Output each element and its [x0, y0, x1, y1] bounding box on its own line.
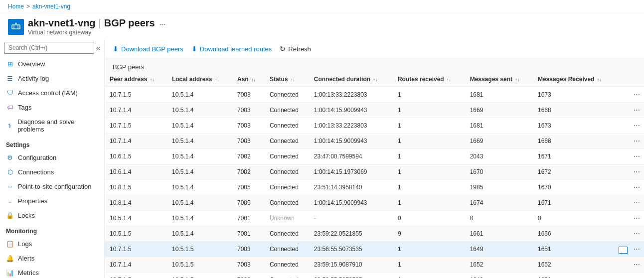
cell-row-actions[interactable]: ··· [617, 211, 644, 226]
cell-messages-received: 1671 [533, 149, 617, 164]
row-more-button[interactable]: ··· [632, 276, 642, 278]
cell-routes: 1 [393, 103, 465, 118]
settings-section-label: Settings [0, 137, 104, 150]
col-messages-received[interactable]: Messages Received ↑↓ [533, 72, 617, 87]
cell-messages-received: 1670 [533, 180, 617, 195]
row-more-button[interactable]: ··· [632, 260, 642, 269]
locks-icon: 🔒 [6, 212, 14, 219]
activity-log-icon: ☰ [6, 75, 14, 82]
col-messages-sent[interactable]: Messages sent ↑↓ [465, 72, 533, 87]
cell-messages-sent: 1669 [465, 103, 533, 118]
breadcrumb-resource[interactable]: akn-vnet1-vng [32, 3, 70, 10]
col-duration[interactable]: Connected duration ↑↓ [309, 72, 393, 87]
nav-item-overview[interactable]: ⊞ Overview [0, 57, 104, 71]
nav-item-connections[interactable]: ⬡ Connections [0, 165, 104, 179]
cell-row-actions[interactable]: ··· [617, 180, 644, 195]
col-asn[interactable]: Asn ↑↓ [232, 72, 265, 87]
cell-status: Connected [265, 242, 309, 257]
col-status[interactable]: Status ↑↓ [265, 72, 309, 87]
cell-row-actions[interactable]: ··· [617, 195, 644, 211]
cell-messages-received: 1651 [533, 242, 617, 257]
cell-duration: 1:00:14:15.1973069 [309, 164, 393, 180]
gateway-icon [11, 22, 21, 32]
cell-asn: 7001 [232, 226, 265, 242]
cell-local-address: 10.5.1.4 [167, 211, 232, 226]
cell-row-actions[interactable]: ··· [617, 103, 644, 118]
cell-row-actions[interactable]: ··· [617, 226, 644, 242]
search-input[interactable] [4, 42, 94, 54]
nav-item-alerts[interactable]: 🔔 Alerts [0, 251, 104, 266]
download-routes-icon: ⬇ [191, 45, 197, 53]
cell-asn: 7003 [232, 257, 265, 273]
cell-routes: 1 [393, 164, 465, 180]
cell-row-actions[interactable]: ··· [617, 149, 644, 164]
cell-local-address: 10.5.1.5 [167, 273, 232, 278]
row-more-button[interactable]: ··· [632, 245, 642, 254]
cell-status: Connected [265, 87, 309, 103]
cell-row-actions[interactable]: ··· [617, 257, 644, 273]
cell-peer-address: 10.5.1.5 [105, 226, 167, 242]
row-more-button[interactable]: ··· [632, 106, 642, 115]
nav-item-tags[interactable]: 🏷 Tags [0, 100, 104, 115]
row-more-button[interactable]: ··· [632, 152, 642, 161]
download-routes-button[interactable]: ⬇ Download learned routes [191, 43, 272, 55]
cell-duration: 23:56:55.5073535 [309, 273, 393, 278]
col-actions [617, 72, 644, 87]
cell-row-actions[interactable]: ··· [617, 87, 644, 103]
row-more-button[interactable]: ··· [632, 214, 642, 223]
cell-messages-received: 1673 [533, 87, 617, 103]
row-more-button[interactable]: ··· [632, 167, 642, 176]
row-more-button[interactable]: ··· [632, 183, 642, 192]
sort-duration-icon: ↑↓ [373, 77, 377, 82]
nav-item-activity-log[interactable]: ☰ Activity log [0, 71, 104, 86]
row-more-button[interactable]: ··· [632, 137, 642, 145]
cell-local-address: 10.5.1.4 [167, 118, 232, 134]
cell-routes: 0 [393, 211, 465, 226]
sort-received-icon: ↑↓ [597, 77, 602, 82]
cell-row-actions[interactable]: ··· [617, 134, 644, 149]
cell-status: Connected [265, 134, 309, 149]
cell-row-actions[interactable]: ··· [617, 273, 644, 278]
cell-status: Connected [265, 180, 309, 195]
cell-peer-address: 10.6.1.4 [105, 164, 167, 180]
cell-row-actions[interactable]: ··· [617, 118, 644, 134]
col-peer-address[interactable]: Peer address ↑↓ [105, 72, 167, 87]
breadcrumb-home[interactable]: Home [8, 3, 24, 10]
col-local-address[interactable]: Local address ↑↓ [167, 72, 232, 87]
col-routes[interactable]: Routes received ↑↓ [393, 72, 465, 87]
cell-asn: 7002 [232, 164, 265, 180]
cell-peer-address: 10.7.1.5 [105, 273, 167, 278]
nav-item-logs[interactable]: 📋 Logs [0, 237, 104, 251]
nav-item-point-to-site[interactable]: ↔ Point-to-site configuration [0, 179, 104, 194]
download-bgp-button[interactable]: ⬇ Download BGP peers [113, 43, 183, 55]
sort-status-icon: ↑↓ [291, 77, 295, 82]
alerts-icon: 🔔 [6, 255, 14, 262]
table-row: 10.8.1.5 10.5.1.4 7005 Connected 23:51:1… [105, 180, 644, 195]
cell-peer-address: 10.8.1.5 [105, 180, 167, 195]
cell-row-actions[interactable]: ··· [617, 242, 644, 257]
nav-item-metrics[interactable]: 📊 Metrics [0, 266, 104, 278]
cell-messages-sent: 1670 [465, 164, 533, 180]
cell-row-actions[interactable]: ··· [617, 164, 644, 180]
row-more-button[interactable]: ··· [632, 90, 642, 99]
collapse-icon[interactable]: « [96, 44, 100, 52]
table-row: 10.7.1.4 10.5.1.5 7003 Connected 23:59:1… [105, 257, 644, 273]
cell-asn: 7003 [232, 134, 265, 149]
nav-item-properties[interactable]: ≡ Properties [0, 194, 104, 208]
nav-item-locks[interactable]: 🔒 Locks [0, 208, 104, 223]
nav-item-diagnose[interactable]: ⚕ Diagnose and solve problems [0, 115, 104, 137]
cell-asn: 7002 [232, 149, 265, 164]
configuration-icon: ⚙ [6, 154, 14, 161]
nav-item-access-control[interactable]: 🛡 Access control (IAM) [0, 86, 104, 100]
refresh-button[interactable]: ↻ Refresh [280, 43, 311, 55]
nav-item-configuration[interactable]: ⚙ Configuration [0, 150, 104, 165]
more-options-icon[interactable]: ··· [160, 20, 166, 28]
row-more-button[interactable]: ··· [632, 229, 642, 238]
cell-messages-sent: 1669 [465, 134, 533, 149]
overview-icon: ⊞ [6, 60, 14, 68]
row-more-button[interactable]: ··· [632, 198, 642, 207]
row-more-button[interactable]: ··· [632, 121, 642, 130]
table-row: 10.7.1.5 10.5.1.4 7003 Connected 1:00:13… [105, 118, 644, 134]
cell-peer-address: 10.7.1.5 [105, 242, 167, 257]
cell-duration: 23:59:22.0521855 [309, 226, 393, 242]
